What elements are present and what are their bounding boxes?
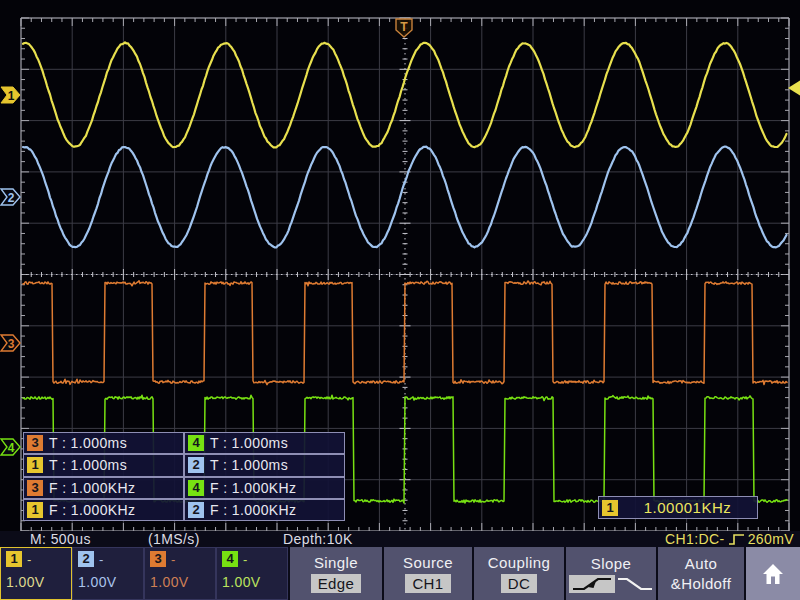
oscilloscope-screen: Trig A T:0.000ns 1234T 3T : 1.000ms 4T :…	[0, 0, 800, 600]
frequency-counter: 1 1.00001KHz	[598, 496, 758, 519]
ch3-badge: 3	[27, 435, 43, 451]
trigger-type-button[interactable]: Single Edge	[290, 547, 382, 600]
measurement-cell: 1F : 1.000KHz	[23, 499, 184, 521]
sample-rate-readout: (1MS/s)	[148, 531, 200, 547]
bottom-status-bar: M: 500us (1MS/s) Depth:10K CH1:DC- 260mV	[0, 531, 800, 547]
ch1-badge: 1	[6, 551, 22, 567]
home-icon	[761, 563, 785, 585]
measurement-cell: 3F : 1.000KHz	[23, 477, 184, 499]
ch2-badge: 2	[188, 502, 204, 518]
ch4-scale: 1.00V	[222, 574, 287, 590]
rising-edge-icon[interactable]	[569, 575, 615, 593]
rising-edge-icon	[728, 533, 745, 546]
coupling-value: DC	[501, 574, 537, 593]
frequency-counter-value: 1.00001KHz	[618, 499, 757, 516]
ch4-badge: 4	[188, 435, 204, 451]
ch1-badge: 1	[27, 502, 43, 518]
trigger-type-value: Edge	[311, 574, 362, 593]
measurement-cell: 2T : 1.000ms	[184, 454, 345, 476]
ch3-badge: 3	[27, 480, 43, 496]
channel-2-box[interactable]: 2- 1.00V	[72, 547, 144, 600]
measurement-cell: 4F : 1.000KHz	[184, 477, 345, 499]
svg-text:T: T	[400, 20, 408, 34]
source-value: CH1	[405, 574, 450, 593]
svg-text:1: 1	[8, 89, 15, 103]
svg-text:2: 2	[8, 191, 15, 205]
ch1-scale: 1.00V	[6, 574, 71, 590]
measurement-cell: 4T : 1.000ms	[184, 432, 345, 454]
bottom-menu-bar: 1- 1.00V 2- 1.00V 3- 1.00V 4- 1.00V Sing…	[0, 547, 800, 600]
channel-1-box[interactable]: 1- 1.00V	[0, 547, 72, 600]
ch2-scale: 1.00V	[78, 574, 143, 590]
ch2-badge: 2	[78, 551, 94, 567]
timebase-readout: M: 500us	[30, 531, 91, 547]
ch4-badge: 4	[188, 480, 204, 496]
measurement-cell: 1T : 1.000ms	[23, 454, 184, 476]
ch3-badge: 3	[150, 551, 166, 567]
ch4-badge: 4	[222, 551, 238, 567]
coupling-button[interactable]: Coupling DC	[474, 547, 564, 600]
measurement-cell: 2F : 1.000KHz	[184, 499, 345, 521]
source-button[interactable]: Source CH1	[384, 547, 472, 600]
svg-text:3: 3	[8, 337, 15, 351]
measurement-overlay: 3T : 1.000ms 4T : 1.000ms 1T : 1.000ms 2…	[23, 432, 345, 521]
channel-4-box[interactable]: 4- 1.00V	[216, 547, 288, 600]
home-button[interactable]	[746, 547, 800, 600]
slope-button[interactable]: Slope	[566, 547, 656, 600]
trigger-settings-readout: CH1:DC- 260mV	[665, 531, 794, 547]
ch1-badge: 1	[27, 457, 43, 473]
channel-3-box[interactable]: 3- 1.00V	[144, 547, 216, 600]
measurement-cell: 3T : 1.000ms	[23, 432, 184, 454]
svg-text:4: 4	[8, 441, 15, 455]
depth-readout: Depth:10K	[283, 531, 353, 547]
ch3-scale: 1.00V	[150, 574, 215, 590]
holdoff-button[interactable]: Auto &Holdoff	[658, 547, 744, 600]
ch2-badge: 2	[188, 457, 204, 473]
ch1-badge: 1	[602, 500, 618, 516]
falling-edge-icon[interactable]	[617, 576, 653, 592]
